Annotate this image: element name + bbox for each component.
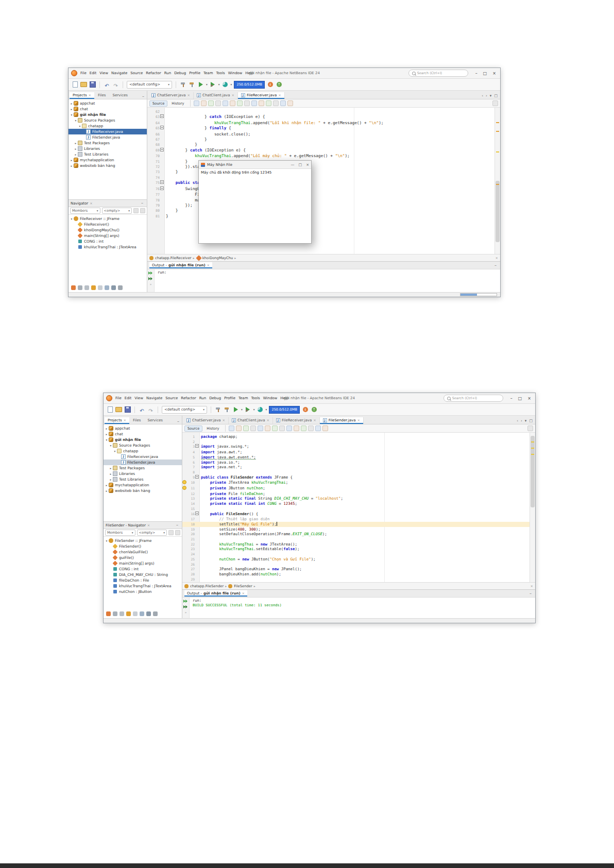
code-line[interactable]: 12 private File fileDaChon; (182, 491, 530, 497)
bottom-icon-6[interactable] (140, 611, 144, 616)
breadcrumb-item-chatapp-filesender[interactable]: chatapp.FileSender (184, 584, 224, 588)
previous-occurrence-icon[interactable] (265, 426, 270, 431)
rerun-button[interactable] (183, 599, 188, 603)
code-line[interactable]: 17 // Thiết lập giao diện (182, 517, 530, 522)
chevron-right-icon[interactable]: ▸ (105, 489, 109, 492)
code-line[interactable]: 25 nutChon = new JButton("Chọn và Gửi Fi… (182, 557, 530, 562)
menu-edit[interactable]: Edit (125, 396, 132, 400)
code-line[interactable]: 21 (182, 537, 530, 542)
close-icon[interactable]: × (187, 93, 190, 97)
shift-right-icon[interactable] (266, 100, 271, 106)
undo-icon[interactable] (104, 81, 110, 88)
bottom-icon-7[interactable] (146, 611, 151, 616)
minimize-panel-icon[interactable]: – (176, 419, 181, 424)
tree-item-filesender-java[interactable]: FileSender.java (69, 134, 147, 140)
bottom-icon-2[interactable] (113, 611, 117, 616)
git-push-icon[interactable] (311, 406, 317, 413)
tree-item-main-string-args[interactable]: main(String[] args) (104, 560, 182, 566)
start-macro-icon[interactable] (308, 426, 314, 431)
maximize-button[interactable]: □ (483, 71, 487, 76)
tab-list-icon[interactable]: ▾ (525, 419, 527, 423)
tree-item-libraries[interactable]: ▸Libraries (69, 146, 147, 151)
menu-profile[interactable]: Profile (189, 71, 200, 75)
menu-window[interactable]: Window (263, 396, 278, 400)
tree-item-test-libraries[interactable]: ▸Test Libraries (69, 151, 147, 157)
bottom-icon-5[interactable] (98, 285, 103, 290)
close-icon[interactable]: × (223, 418, 225, 422)
close-icon[interactable]: × (357, 418, 360, 422)
bottom-icon-5[interactable] (133, 611, 138, 616)
redo-icon[interactable] (147, 406, 154, 413)
bottom-icon-3[interactable] (120, 611, 124, 616)
panel-tab-files[interactable]: Files (95, 92, 109, 99)
open-project-icon[interactable] (115, 406, 122, 413)
tree-item-chatapp[interactable]: ▾chatapp (69, 123, 147, 129)
menu-file[interactable]: File (80, 71, 87, 75)
menu-source[interactable]: Source (130, 71, 143, 75)
output-tab[interactable]: Output - gửi nhận file (run) × (184, 590, 247, 597)
tree-item-guifile[interactable]: guiFile() (104, 555, 182, 560)
close-button[interactable]: × (306, 163, 309, 167)
tree-item-filesender-jframe[interactable]: ▾FileSender :: JFrame (104, 538, 182, 543)
menu-refactor[interactable]: Refactor (181, 396, 196, 400)
editor-tab-filereceiver-java[interactable]: FileReceiver.java× (238, 92, 285, 99)
find-selection-icon[interactable] (215, 100, 221, 106)
chevron-down-icon[interactable]: ▾ (241, 408, 243, 411)
close-icon[interactable]: × (124, 418, 126, 422)
menu-navigate[interactable]: Navigate (111, 71, 127, 75)
panel-tab-services[interactable]: Services (109, 92, 131, 99)
tree-item-filesender-java[interactable]: FileSender.java (104, 459, 182, 465)
tree-item-cong-int[interactable]: CONG : int (104, 566, 182, 572)
tree-item-test-packages[interactable]: ▸Test Packages (104, 465, 182, 471)
tree-item-source-packages[interactable]: ▾Source Packages (104, 442, 182, 448)
bottom-icon-8[interactable] (118, 285, 123, 290)
fold-icon[interactable] (160, 126, 164, 129)
panel-tab-projects[interactable]: Projects× (70, 92, 94, 99)
code-line[interactable]: 5import java.awt.event.*; (182, 455, 530, 460)
uncomment-icon[interactable] (287, 100, 293, 106)
scroll-tabs-left-icon[interactable]: ‹ (517, 419, 518, 423)
chevron-right-icon[interactable]: ▸ (105, 427, 109, 430)
clean-build-icon[interactable] (189, 81, 195, 88)
git-push-icon[interactable] (276, 81, 282, 88)
chevron-down-icon[interactable]: ▾ (78, 125, 82, 128)
tree-item-main-string-args[interactable]: main(String[] args) (69, 233, 147, 239)
menu-tools[interactable]: Tools (251, 396, 260, 400)
profile-project-icon[interactable] (257, 406, 264, 413)
tree-item-dia-chi-may-chu-string[interactable]: DIA_CHI_MAY_CHU : String (104, 572, 182, 577)
chevron-down-icon[interactable]: ▾ (105, 539, 109, 542)
tree-item-libraries[interactable]: ▸Libraries (104, 471, 182, 476)
tree-item-chatapp[interactable]: ▾chatapp (104, 448, 182, 454)
uncomment-icon[interactable] (322, 426, 328, 431)
tree-item-cong-int[interactable]: CONG : int (69, 239, 147, 244)
tree-item-filereceiver[interactable]: FileReceiver() (69, 222, 147, 227)
open-project-icon[interactable] (80, 81, 87, 88)
next-occurrence-icon[interactable] (272, 426, 278, 431)
menu-view[interactable]: View (99, 71, 108, 75)
code-line[interactable]: 10 private JTextArea khuVucTrangThai; (182, 480, 530, 486)
close-icon[interactable]: × (242, 591, 245, 595)
panel-tab-services[interactable]: Services (144, 417, 166, 424)
tree-item-test-packages[interactable]: ▸Test Packages (69, 140, 147, 146)
menu-tools[interactable]: Tools (216, 71, 225, 75)
menu-source[interactable]: Source (165, 396, 178, 400)
code-line[interactable]: 22 khuVucTrangThai = new JTextArea(); (182, 542, 530, 547)
code-line[interactable]: 16 public FileSender() { (182, 512, 530, 517)
memory-indicator[interactable]: 250.0/512.0MB (269, 406, 300, 414)
maximize-editor-icon[interactable]: □ (529, 419, 533, 423)
tree-item-mychatapplication[interactable]: ▸mychatapplication (69, 157, 147, 163)
close-button[interactable]: × (492, 71, 496, 76)
new-file-icon[interactable] (107, 406, 113, 413)
forward-icon[interactable] (243, 426, 249, 431)
build-project-icon[interactable] (180, 81, 186, 88)
code-line[interactable]: 69 } catch (IOException e) { (147, 148, 494, 154)
expand-icon[interactable]: » (185, 610, 187, 614)
tree-item-appchat[interactable]: ▸appchat (69, 100, 147, 106)
chevron-right-icon[interactable]: ▸ (74, 142, 78, 145)
code-line[interactable]: 9public class FileSender extends JFrame … (182, 475, 530, 481)
fold-icon[interactable] (160, 180, 164, 184)
panel-tab-files[interactable]: Files (130, 417, 144, 424)
bottom-icon-2[interactable] (78, 285, 82, 290)
fold-icon[interactable] (195, 512, 199, 515)
git-pull-icon[interactable] (267, 81, 274, 88)
